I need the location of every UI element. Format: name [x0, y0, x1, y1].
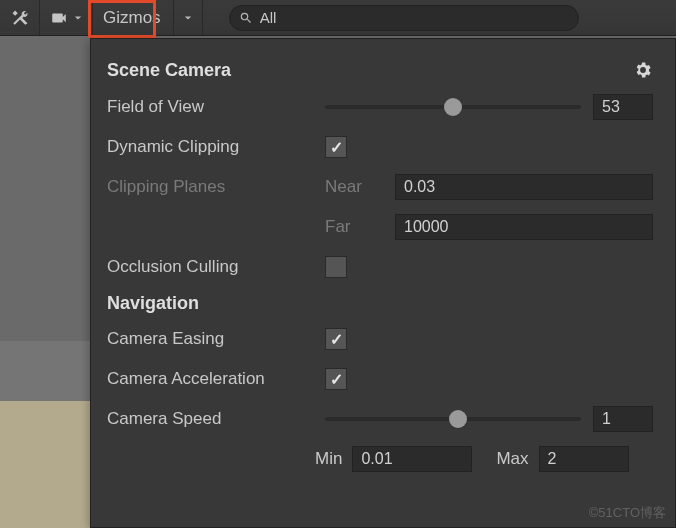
min-label: Min	[315, 449, 342, 469]
far-input	[395, 214, 653, 240]
navigation-title: Navigation	[107, 293, 199, 314]
easing-checkbox[interactable]	[325, 328, 347, 350]
scene-toolbar: Gizmos	[0, 0, 676, 36]
fov-slider-thumb[interactable]	[444, 98, 462, 116]
search-wrap	[215, 0, 579, 35]
panel-title: Scene Camera	[107, 60, 231, 81]
chevron-down-icon	[184, 14, 192, 22]
accel-checkbox[interactable]	[325, 368, 347, 390]
speed-slider[interactable]	[325, 409, 581, 429]
max-input[interactable]	[539, 446, 629, 472]
search-input[interactable]	[229, 5, 579, 31]
watermark: ©51CTO博客	[589, 504, 666, 522]
occlusion-label: Occlusion Culling	[107, 257, 315, 277]
scene-camera-panel: Scene Camera Field of View Dynamic Clipp…	[90, 38, 676, 528]
tools-icon	[11, 9, 29, 27]
accel-label: Camera Acceleration	[107, 369, 315, 389]
gear-icon[interactable]	[633, 60, 653, 80]
camera-dropdown-button[interactable]	[40, 0, 93, 35]
gizmos-dropdown[interactable]: Gizmos	[93, 0, 203, 35]
speed-slider-thumb[interactable]	[449, 410, 467, 428]
easing-label: Camera Easing	[107, 329, 315, 349]
speed-label: Camera Speed	[107, 409, 315, 429]
gizmos-caret-button[interactable]	[174, 0, 203, 35]
fov-label: Field of View	[107, 97, 315, 117]
near-input	[395, 174, 653, 200]
dynamic-clipping-label: Dynamic Clipping	[107, 137, 315, 157]
tools-button[interactable]	[0, 0, 40, 35]
fov-input[interactable]	[593, 94, 653, 120]
gizmos-label: Gizmos	[93, 0, 174, 35]
speed-input[interactable]	[593, 406, 653, 432]
fov-slider[interactable]	[325, 97, 581, 117]
near-label: Near	[325, 177, 385, 197]
dynamic-clipping-checkbox[interactable]	[325, 136, 347, 158]
max-label: Max	[496, 449, 528, 469]
min-input[interactable]	[352, 446, 472, 472]
far-label: Far	[325, 217, 385, 237]
clipping-planes-label: Clipping Planes	[107, 177, 315, 197]
camera-icon	[50, 9, 68, 27]
occlusion-checkbox[interactable]	[325, 256, 347, 278]
chevron-down-icon	[74, 14, 82, 22]
